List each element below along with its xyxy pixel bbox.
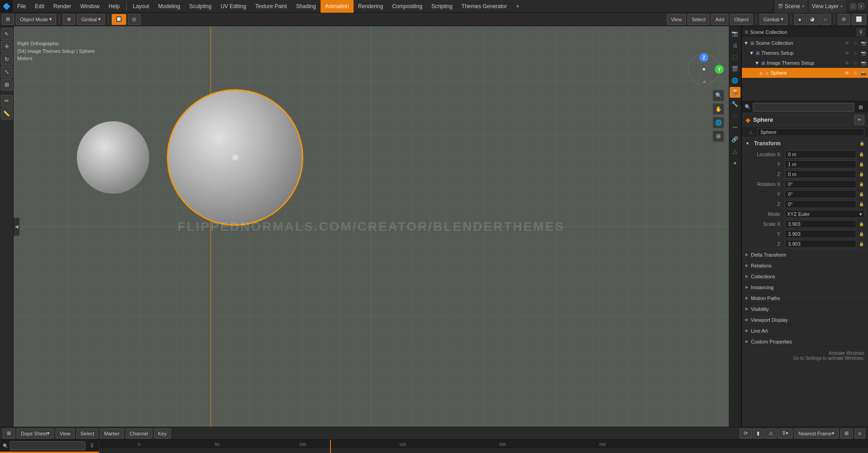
location-y-field[interactable]: 1 m (785, 160, 856, 168)
proportional-btn[interactable]: ◎ (128, 14, 141, 25)
properties-expand-icon[interactable]: ⊞ (856, 103, 865, 112)
shading-solid-btn[interactable]: ● (794, 14, 806, 25)
dope-search-filter[interactable]: ⊽ (87, 441, 96, 450)
tool-annotate[interactable]: ✏ (1, 95, 13, 107)
object-name-edit-btn[interactable]: ✏ (854, 115, 864, 125)
sphere-exc[interactable]: ☉ (853, 71, 857, 76)
view-btn-r[interactable]: View (667, 14, 686, 25)
outliner-filter-btn[interactable]: ⊽ (856, 28, 865, 37)
transform-btn[interactable]: ⊕ (63, 14, 75, 25)
tool-move[interactable]: ✛ (1, 41, 13, 52)
workspace-shading[interactable]: Shading (292, 0, 321, 13)
select-btn-r[interactable]: Select (688, 14, 710, 25)
gimbal-btn-r[interactable]: Gimbal ▾ (760, 14, 788, 25)
prop-icon-output[interactable]: 🖨 (730, 40, 741, 51)
prop-icon-scene[interactable]: 🎬 (730, 63, 741, 74)
dope-search-input[interactable] (10, 441, 85, 450)
nav-grid-icon[interactable]: ⊞ (712, 130, 724, 142)
workspace-texture-paint[interactable]: Texture Paint (251, 0, 292, 13)
scene-coll-vis[interactable]: 👁 (845, 41, 849, 46)
nav-rotate-icon[interactable]: 🌐 (712, 117, 724, 129)
sphere-object-large[interactable]: ⊕ (167, 90, 303, 225)
transform-header[interactable]: ▼ Transform 🔒 (742, 138, 868, 149)
rotation-mode-dropdown[interactable]: XYZ Euler ▾ (785, 210, 864, 218)
prop-icon-world[interactable]: 🌐 (730, 75, 741, 86)
location-x-field[interactable]: 0 m (785, 150, 856, 158)
close-btn[interactable]: × (858, 3, 864, 10)
workspace-uv-editing[interactable]: UV Editing (216, 0, 251, 13)
workspace-layout[interactable]: Layout (128, 0, 154, 13)
shading-render-btn[interactable]: ○ (820, 14, 831, 25)
sphere-render[interactable]: 📷 (861, 71, 866, 76)
its-exc[interactable]: ☉ (853, 61, 857, 66)
tool-measure[interactable]: 📏 (1, 108, 13, 119)
prop-icon-render[interactable]: 📷 (730, 28, 741, 39)
scene-collection-root[interactable]: ▼ ⊞ Scene Collection 👁 ☉ 📷 (742, 38, 868, 48)
its-render[interactable]: 📷 (861, 61, 866, 66)
workspace-animation[interactable]: Animation (321, 0, 354, 13)
prop-icon-material[interactable]: ● (730, 157, 741, 168)
scene-coll-hide[interactable]: ☉ (853, 41, 857, 46)
workspace-compositing[interactable]: Compositing (387, 0, 427, 13)
menu-window[interactable]: Window (75, 0, 104, 13)
tool-scale[interactable]: ⤡ (1, 66, 13, 78)
location-z-field[interactable]: 0 m (785, 170, 856, 178)
xray-btn[interactable]: ⬜ (852, 14, 866, 25)
nav-zoom-icon[interactable]: 🔍 (712, 90, 724, 101)
tool-rotate[interactable]: ↻ (1, 53, 13, 65)
scale-y-field[interactable]: 3.903 (785, 230, 856, 238)
dope-channel-btn[interactable]: Channel (126, 429, 152, 439)
rotation-y-lock[interactable]: 🔒 (858, 191, 864, 197)
dope-editor-type-btn[interactable]: ⊞ (3, 429, 15, 439)
outliner-sphere[interactable]: ▷ ◆ Sphere 👁 ☉ 📷 (742, 68, 868, 78)
dope-warning-btn[interactable]: ⚠ (764, 429, 777, 439)
rotation-x-lock[interactable]: 🔒 (858, 181, 864, 187)
outliner-image-themes-setup[interactable]: ▼ ⊞ Image Themes Setup 👁 ☉ 📷 (742, 58, 868, 68)
blender-logo-icon[interactable]: 🔷 (0, 0, 13, 13)
nav-gizmo[interactable]: Z Y -X (686, 51, 722, 87)
gizmo-y-axis[interactable]: Y (715, 65, 724, 74)
scale-z-lock[interactable]: 🔒 (858, 241, 864, 247)
menu-help[interactable]: Help (104, 0, 124, 13)
gizmo-z-axis[interactable]: Z (699, 53, 708, 62)
custom-properties-section[interactable]: ▶ Custom Properties (742, 336, 868, 347)
dope-normalize-btn[interactable]: ≡ (854, 429, 865, 439)
rotation-z-lock[interactable]: 🔒 (858, 201, 864, 207)
gimbal-btn[interactable]: Gimbal ▾ (77, 14, 105, 25)
its-vis[interactable]: 👁 (845, 61, 849, 66)
motion-paths-section[interactable]: ▶ Motion Paths (742, 293, 868, 304)
tool-transform[interactable]: ⊞ (1, 79, 13, 91)
dope-view2-btn[interactable]: ⊞ (840, 429, 853, 439)
rotation-y-field[interactable]: 0° (785, 190, 856, 198)
scene-selector[interactable]: 🎬 Scene ▾ (774, 0, 808, 13)
prop-icon-view-layer[interactable]: ⬚ (730, 52, 741, 62)
line-art-section[interactable]: ▶ Line Art (742, 325, 868, 336)
delta-transform-section[interactable]: ▶ Delta Transform (742, 249, 868, 260)
dope-select-btn[interactable]: Select (76, 429, 99, 439)
collections-section[interactable]: ▶ Collections (742, 271, 868, 282)
prop-icon-physics[interactable]: 〜 (730, 122, 741, 133)
sphere-vis[interactable]: 👁 (845, 71, 849, 76)
dope-filter-btn[interactable]: ⊽▾ (778, 429, 793, 439)
visibility-section[interactable]: ▶ Visibility (742, 304, 868, 315)
editor-type-btn[interactable]: ⊞ (2, 14, 14, 25)
prop-icon-particles[interactable]: ·:· (730, 110, 741, 121)
viewport-collapse-left[interactable]: ◀ (14, 218, 20, 236)
prop-icon-constraints[interactable]: 🔗 (730, 134, 741, 145)
location-z-lock[interactable]: 🔒 (858, 171, 864, 177)
maximize-btn[interactable]: □ (850, 3, 856, 10)
dope-strip-btn[interactable]: ▮ (753, 429, 764, 439)
ts-exc[interactable]: ☉ (853, 51, 857, 56)
menu-edit[interactable]: Edit (30, 0, 49, 13)
workspace-themes-generator[interactable]: Themes Generator (457, 0, 512, 13)
dope-timeline[interactable]: 0 50 100 150 200 250 ⬡ THE BEST PLACE YO… (99, 440, 868, 453)
workspace-add[interactable]: + (512, 0, 524, 13)
menu-render[interactable]: Render (49, 0, 75, 13)
object-mode-btn[interactable]: Object Mode ▾ (16, 14, 56, 25)
location-y-lock[interactable]: 🔒 (858, 161, 864, 167)
workspace-sculpting[interactable]: Sculpting (185, 0, 216, 13)
nearest-frame-btn[interactable]: Nearest Frame ▾ (794, 429, 838, 439)
sphere-object-small[interactable] (77, 121, 149, 194)
viewport-display-section[interactable]: ▶ Viewport Display (742, 315, 868, 325)
dope-key-btn[interactable]: Key (154, 429, 171, 439)
